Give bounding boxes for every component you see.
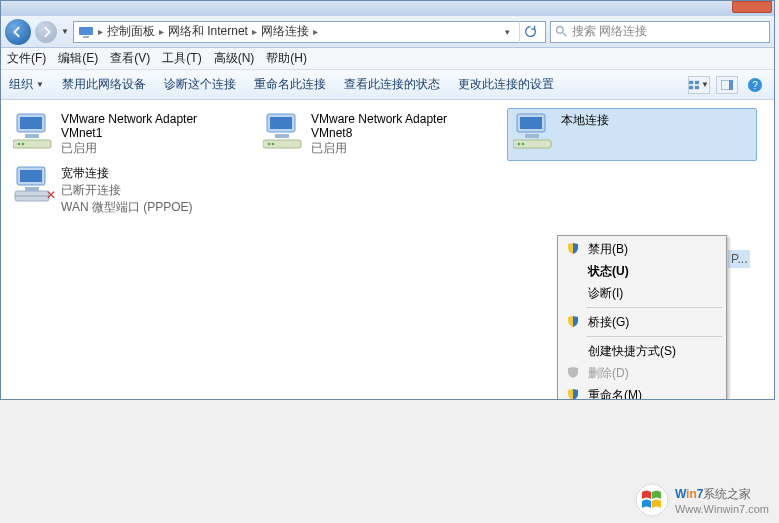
connection-item-selected[interactable]: 本地连接 <box>507 108 757 161</box>
view-options-button[interactable]: ▼ <box>688 76 710 94</box>
menu-bar: 文件(F) 编辑(E) 查看(V) 工具(T) 高级(N) 帮助(H) <box>1 48 774 70</box>
breadcrumb-item[interactable]: 控制面板 <box>107 23 155 40</box>
svg-rect-1 <box>83 36 89 38</box>
item-detail: WAN 微型端口 (PPPOE) <box>61 199 193 216</box>
svg-rect-13 <box>25 134 39 138</box>
connection-item[interactable]: ✕ 宽带连接 已断开连接 WAN 微型端口 (PPPOE) <box>7 161 257 220</box>
menu-tools[interactable]: 工具(T) <box>162 50 201 67</box>
item-title: VMware Network Adapter <box>61 112 197 126</box>
svg-rect-8 <box>729 80 733 90</box>
toolbar-rename[interactable]: 重命名此连接 <box>254 76 326 93</box>
svg-text:✕: ✕ <box>46 188 55 202</box>
arrow-right-icon <box>40 26 52 38</box>
svg-rect-25 <box>525 134 539 138</box>
breadcrumb-sep-icon: ▸ <box>252 26 257 37</box>
toolbar-change[interactable]: 更改此连接的设置 <box>458 76 554 93</box>
help-button[interactable]: ? <box>744 76 766 94</box>
search-placeholder: 搜索 网络连接 <box>572 23 647 40</box>
watermark-title: Win7系统之家 <box>675 486 769 503</box>
svg-rect-18 <box>270 117 292 129</box>
ctx-rename[interactable]: 重命名(M) <box>560 384 724 399</box>
menu-edit[interactable]: 编辑(E) <box>58 50 98 67</box>
breadcrumb-sep-icon: ▸ <box>159 26 164 37</box>
connection-item[interactable]: VMware Network Adapter VMnet8 已启用 <box>257 108 507 161</box>
svg-point-22 <box>272 143 275 146</box>
svg-point-21 <box>268 143 271 146</box>
toolbar-diagnose[interactable]: 诊断这个连接 <box>164 76 236 93</box>
ctx-bridge[interactable]: 桥接(G) <box>560 311 724 333</box>
nic-icon <box>263 112 305 152</box>
refresh-icon <box>524 25 537 38</box>
nic-icon <box>13 112 55 152</box>
address-dropdown-icon[interactable]: ▾ <box>499 27 515 37</box>
shield-icon <box>564 366 582 380</box>
toolbar-status[interactable]: 查看此连接的状态 <box>344 76 440 93</box>
shield-icon <box>564 242 582 256</box>
shield-icon <box>564 388 582 399</box>
breadcrumb-sep-icon: ▸ <box>313 26 318 37</box>
ctx-delete: 删除(D) <box>560 362 724 384</box>
toolbar-disable[interactable]: 禁用此网络设备 <box>62 76 146 93</box>
close-button[interactable] <box>732 1 772 13</box>
windows-logo-icon <box>635 483 669 517</box>
svg-rect-0 <box>79 27 93 35</box>
explorer-window: ▼ ▸ 控制面板 ▸ 网络和 Internet ▸ 网络连接 ▸ ▾ 搜索 网络… <box>0 0 775 400</box>
item-subtitle: VMnet1 <box>61 126 197 140</box>
item-title: 宽带连接 <box>61 165 193 182</box>
toolbar-organize[interactable]: 组织 ▼ <box>9 76 44 93</box>
svg-rect-12 <box>20 117 42 129</box>
connection-item[interactable]: VMware Network Adapter VMnet1 已启用 <box>7 108 257 161</box>
nic-icon <box>513 112 555 152</box>
preview-pane-button[interactable] <box>716 76 738 94</box>
menu-file[interactable]: 文件(F) <box>7 50 46 67</box>
svg-rect-30 <box>20 170 42 182</box>
search-icon <box>555 25 568 38</box>
svg-rect-24 <box>520 117 542 129</box>
ctx-shortcut[interactable]: 创建快捷方式(S) <box>560 340 724 362</box>
watermark: Win7系统之家 Www.Winwin7.com <box>635 483 769 517</box>
ctx-diagnose[interactable]: 诊断(I) <box>560 282 724 304</box>
ctx-status[interactable]: 状态(U) <box>560 260 724 282</box>
menu-separator <box>586 307 722 308</box>
menu-separator <box>586 336 722 337</box>
title-bar <box>1 1 774 16</box>
shield-icon <box>564 315 582 329</box>
svg-point-2 <box>557 27 564 34</box>
view-icon <box>689 80 699 90</box>
ctx-disable[interactable]: 禁用(B) <box>560 238 724 260</box>
svg-rect-4 <box>695 80 699 83</box>
item-status: 已启用 <box>311 140 447 157</box>
search-box[interactable]: 搜索 网络连接 <box>550 21 770 43</box>
item-title: 本地连接 <box>561 112 609 129</box>
svg-rect-3 <box>689 80 693 83</box>
history-dropdown[interactable]: ▼ <box>61 27 69 36</box>
svg-point-35 <box>636 484 668 516</box>
menu-view[interactable]: 查看(V) <box>110 50 150 67</box>
breadcrumb-item[interactable]: 网络和 Internet <box>168 23 248 40</box>
item-status: 已断开连接 <box>61 182 193 199</box>
truncated-label: P... <box>728 250 750 268</box>
content-pane: VMware Network Adapter VMnet1 已启用 VMware… <box>1 100 774 399</box>
svg-point-16 <box>22 143 25 146</box>
refresh-button[interactable] <box>519 21 541 43</box>
breadcrumb-item[interactable]: 网络连接 <box>261 23 309 40</box>
item-title: VMware Network Adapter <box>311 112 447 126</box>
menu-help[interactable]: 帮助(H) <box>266 50 307 67</box>
svg-rect-31 <box>25 187 39 191</box>
svg-rect-5 <box>689 85 693 88</box>
nic-icon: ✕ <box>13 165 55 205</box>
network-icon <box>78 24 94 40</box>
forward-button[interactable] <box>35 21 57 43</box>
svg-point-28 <box>522 143 525 146</box>
svg-point-15 <box>18 143 21 146</box>
context-menu: 禁用(B) 状态(U) 诊断(I) 桥接(G) 创建快捷方式(S) 删除(D) <box>557 235 727 399</box>
toolbar: 组织 ▼ 禁用此网络设备 诊断这个连接 重命名此连接 查看此连接的状态 更改此连… <box>1 70 774 100</box>
address-bar[interactable]: ▸ 控制面板 ▸ 网络和 Internet ▸ 网络连接 ▸ ▾ <box>73 21 546 43</box>
svg-rect-19 <box>275 134 289 138</box>
svg-rect-6 <box>695 85 699 88</box>
back-button[interactable] <box>5 19 31 45</box>
arrow-left-icon <box>12 26 24 38</box>
address-row: ▼ ▸ 控制面板 ▸ 网络和 Internet ▸ 网络连接 ▸ ▾ 搜索 网络… <box>1 16 774 48</box>
pane-icon <box>721 80 733 90</box>
menu-advanced[interactable]: 高级(N) <box>214 50 255 67</box>
